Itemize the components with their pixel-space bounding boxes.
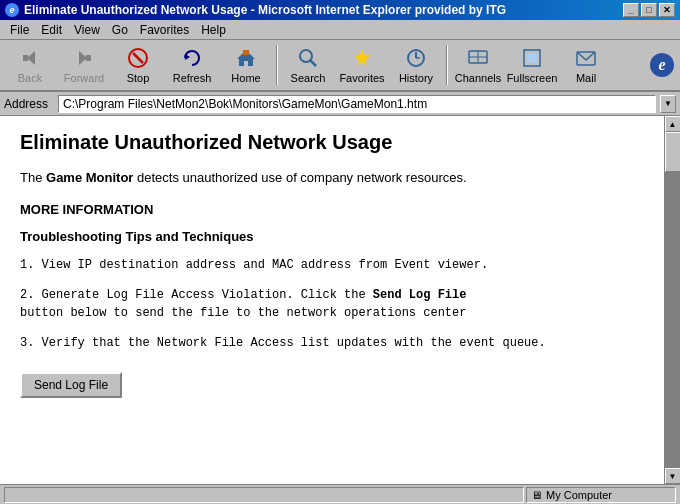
scroll-thumb[interactable] [665, 132, 681, 172]
history-button[interactable]: History [390, 42, 442, 88]
menu-favorites[interactable]: Favorites [134, 22, 195, 38]
maximize-button[interactable]: □ [641, 3, 657, 17]
status-message [4, 487, 524, 503]
title-bar-buttons[interactable]: _ □ ✕ [623, 3, 675, 17]
stop-button[interactable]: Stop [112, 42, 164, 88]
intro-suffix: detects unauthorized use of company netw… [133, 170, 466, 185]
svg-rect-3 [86, 55, 91, 61]
ie-title-icon: e [5, 3, 19, 17]
search-label: Search [291, 72, 326, 84]
svg-marker-2 [79, 51, 87, 65]
scroll-up-button[interactable]: ▲ [665, 116, 681, 132]
address-input[interactable] [58, 95, 656, 113]
page-title: Eliminate Unauthorized Network Usage [20, 131, 644, 154]
step2-prefix: 2. Generate Log File Access Violation. C… [20, 288, 373, 302]
svg-line-5 [133, 53, 143, 63]
channels-label: Channels [455, 72, 501, 84]
home-button[interactable]: Home [220, 42, 272, 88]
scroll-down-button[interactable]: ▼ [665, 468, 681, 484]
channels-button[interactable]: Channels [452, 42, 504, 88]
fullscreen-button[interactable]: Fullscreen [506, 42, 558, 88]
step-1: 1. View IP destination address and MAC a… [20, 256, 644, 274]
forward-button[interactable]: Forward [58, 42, 110, 88]
toolbar-separator-1 [276, 45, 278, 85]
history-label: History [399, 72, 433, 84]
mail-label: Mail [576, 72, 596, 84]
step2-suffix: button below to send the file to the net… [20, 306, 466, 320]
address-bar: Address ▼ [0, 92, 680, 116]
intro-prefix: The [20, 170, 46, 185]
mail-button[interactable]: Mail [560, 42, 612, 88]
stop-icon [126, 46, 150, 70]
menu-help[interactable]: Help [195, 22, 232, 38]
step-3: 3. Verify that the Network File Access l… [20, 334, 644, 352]
menu-edit[interactable]: Edit [35, 22, 68, 38]
svg-marker-0 [27, 51, 35, 65]
home-label: Home [231, 72, 260, 84]
menu-file[interactable]: File [4, 22, 35, 38]
address-dropdown[interactable]: ▼ [660, 95, 676, 113]
intro-bold: Game Monitor [46, 170, 133, 185]
channels-icon [466, 46, 490, 70]
menu-view[interactable]: View [68, 22, 106, 38]
favorites-label: Favorites [339, 72, 384, 84]
computer-label: My Computer [546, 489, 612, 501]
fullscreen-icon [520, 46, 544, 70]
step-2: 2. Generate Log File Access Violation. C… [20, 286, 644, 322]
favorites-icon [350, 46, 374, 70]
more-info-heading: MORE INFORMATION [20, 202, 644, 217]
send-log-file-button[interactable]: Send Log File [20, 372, 122, 398]
back-button[interactable]: Back [4, 42, 56, 88]
menu-go[interactable]: Go [106, 22, 134, 38]
address-label: Address [4, 97, 54, 111]
page-intro: The Game Monitor detects unauthorized us… [20, 169, 644, 187]
refresh-button[interactable]: Refresh [166, 42, 218, 88]
window-title: Eliminate Unauthorized Network Usage - M… [24, 3, 506, 17]
title-bar: e Eliminate Unauthorized Network Usage -… [0, 0, 680, 20]
svg-marker-11 [353, 49, 371, 66]
forward-label: Forward [64, 72, 104, 84]
computer-icon: 🖥 [531, 489, 542, 501]
stop-label: Stop [127, 72, 150, 84]
back-icon [18, 46, 42, 70]
title-bar-left: e Eliminate Unauthorized Network Usage -… [5, 3, 506, 17]
mail-icon [574, 46, 598, 70]
fullscreen-label: Fullscreen [507, 72, 558, 84]
svg-text:e: e [658, 56, 665, 73]
svg-rect-1 [23, 55, 28, 61]
search-icon [296, 46, 320, 70]
svg-rect-19 [527, 53, 537, 63]
refresh-icon [180, 46, 204, 70]
history-icon [404, 46, 428, 70]
close-button[interactable]: ✕ [659, 3, 675, 17]
toolbar: Back Forward Stop Refresh [0, 40, 680, 92]
status-computer: 🖥 My Computer [526, 487, 676, 503]
svg-line-10 [310, 60, 316, 66]
content-wrapper: Eliminate Unauthorized Network Usage The… [0, 116, 680, 484]
search-button[interactable]: Search [282, 42, 334, 88]
back-label: Back [18, 72, 42, 84]
svg-rect-8 [243, 50, 249, 55]
scroll-track[interactable] [665, 132, 681, 468]
refresh-label: Refresh [173, 72, 212, 84]
forward-icon [72, 46, 96, 70]
status-bar: 🖥 My Computer [0, 484, 680, 504]
svg-marker-6 [185, 54, 190, 60]
favorites-button[interactable]: Favorites [336, 42, 388, 88]
content-area: Eliminate Unauthorized Network Usage The… [0, 116, 664, 484]
minimize-button[interactable]: _ [623, 3, 639, 17]
vertical-scrollbar[interactable]: ▲ ▼ [664, 116, 680, 484]
home-icon [234, 46, 258, 70]
ie-logo: e [648, 51, 676, 79]
toolbar-separator-2 [446, 45, 448, 85]
menu-bar: File Edit View Go Favorites Help [0, 20, 680, 40]
section-title: Troubleshooting Tips and Techniques [20, 229, 644, 244]
send-button-container: Send Log File [20, 364, 644, 398]
step2-bold: Send Log File [373, 288, 467, 302]
